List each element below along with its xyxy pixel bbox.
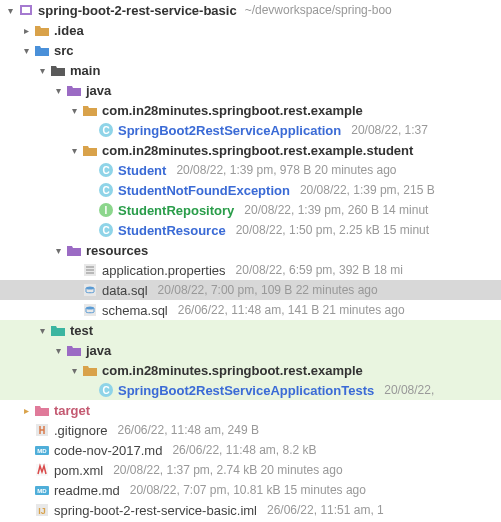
tree-row-src[interactable]: ▾ src xyxy=(0,40,501,60)
folder-label: target xyxy=(54,403,90,418)
tree-row-pkg-student[interactable]: ▾ com.in28minutes.springboot.rest.exampl… xyxy=(0,140,501,160)
folder-pink-icon xyxy=(34,402,50,418)
file-label: .gitignore xyxy=(54,423,107,438)
project-icon xyxy=(18,2,34,18)
project-name: spring-boot-2-rest-service-basic xyxy=(38,3,237,18)
file-label: application.properties xyxy=(102,263,226,278)
tree-row-test[interactable]: ▾ test xyxy=(0,320,501,340)
tree-row-student-res[interactable]: ▸ StudentResource 20/08/22, 1:50 pm, 2.2… xyxy=(0,220,501,240)
chevron-down-icon[interactable]: ▾ xyxy=(36,325,48,336)
file-meta: 20/08/22, 1:39 pm, 978 B 20 minutes ago xyxy=(176,163,396,177)
class-label: SpringBoot2RestServiceApplicationTests xyxy=(118,383,374,398)
folder-blue-icon xyxy=(34,42,50,58)
tree-row-resources[interactable]: ▾ resources xyxy=(0,240,501,260)
file-meta: 26/06/22, 11:48 am, 8.2 kB xyxy=(172,443,316,457)
class-icon xyxy=(98,222,114,238)
folder-orange-icon xyxy=(82,142,98,158)
chevron-down-icon[interactable]: ▾ xyxy=(68,105,80,116)
tree-row-pkg-example[interactable]: ▾ com.in28minutes.springboot.rest.exampl… xyxy=(0,100,501,120)
file-meta: 26/06/22, 11:51 am, 1 xyxy=(267,503,384,517)
tree-row-app-props[interactable]: ▸ application.properties 20/08/22, 6:59 … xyxy=(0,260,501,280)
iml-file-icon xyxy=(34,502,50,518)
folder-purple-icon xyxy=(66,82,82,98)
folder-label: java xyxy=(86,83,111,98)
package-label: com.in28minutes.springboot.rest.example xyxy=(102,363,363,378)
folder-label: java xyxy=(86,343,111,358)
folder-label: main xyxy=(70,63,100,78)
maven-file-icon xyxy=(34,462,50,478)
tree-row-java-test[interactable]: ▾ java xyxy=(0,340,501,360)
file-label: code-nov-2017.md xyxy=(54,443,162,458)
markdown-file-icon xyxy=(34,482,50,498)
class-label: SpringBoot2RestServiceApplication xyxy=(118,123,341,138)
file-meta: 20/08/22, xyxy=(384,383,434,397)
chevron-down-icon[interactable]: ▾ xyxy=(52,85,64,96)
tree-row-student-repo[interactable]: ▸ StudentRepository 20/08/22, 1:39 pm, 2… xyxy=(0,200,501,220)
file-meta: 20/08/22, 1:50 pm, 2.25 kB 15 minut xyxy=(236,223,429,237)
chevron-down-icon[interactable]: ▾ xyxy=(4,5,16,16)
folder-orange-icon xyxy=(82,102,98,118)
chevron-down-icon[interactable]: ▾ xyxy=(52,245,64,256)
tree-row-student[interactable]: ▸ Student 20/08/22, 1:39 pm, 978 B 20 mi… xyxy=(0,160,501,180)
tree-row-project-root[interactable]: ▾ spring-boot-2-rest-service-basic ~/dev… xyxy=(0,0,501,20)
chevron-down-icon[interactable]: ▾ xyxy=(36,65,48,76)
folder-orange-icon xyxy=(34,22,50,38)
class-icon xyxy=(98,122,114,138)
folder-purple-icon xyxy=(66,242,82,258)
tree-row-java-main[interactable]: ▾ java xyxy=(0,80,501,100)
project-path: ~/devworkspace/spring-boo xyxy=(245,3,392,17)
file-meta: 20/08/22, 7:00 pm, 109 B 22 minutes ago xyxy=(158,283,378,297)
file-meta: 26/06/22, 11:48 am, 141 B 21 minutes ago xyxy=(178,303,405,317)
sql-file-icon xyxy=(82,282,98,298)
tree-row-main[interactable]: ▾ main xyxy=(0,60,501,80)
file-meta: 20/08/22, 1:39 pm, 260 B 14 minut xyxy=(244,203,428,217)
chevron-right-icon[interactable]: ▸ xyxy=(20,25,32,36)
interface-icon xyxy=(98,202,114,218)
interface-label: StudentRepository xyxy=(118,203,234,218)
tree-row-student-nf[interactable]: ▸ StudentNotFoundException 20/08/22, 1:3… xyxy=(0,180,501,200)
tree-row-schema-sql[interactable]: ▸ schema.sql 26/06/22, 11:48 am, 141 B 2… xyxy=(0,300,501,320)
tree-row-pom[interactable]: ▸ pom.xml 20/08/22, 1:37 pm, 2.74 kB 20 … xyxy=(0,460,501,480)
tree-row-code-nov[interactable]: ▸ code-nov-2017.md 26/06/22, 11:48 am, 8… xyxy=(0,440,501,460)
folder-label: src xyxy=(54,43,74,58)
file-label: schema.sql xyxy=(102,303,168,318)
folder-plain-icon xyxy=(50,62,66,78)
tree-row-gitignore[interactable]: ▸ .gitignore 26/06/22, 11:48 am, 249 B xyxy=(0,420,501,440)
sql-file-icon xyxy=(82,302,98,318)
tree-row-readme[interactable]: ▸ readme.md 20/08/22, 7:07 pm, 10.81 kB … xyxy=(0,480,501,500)
chevron-down-icon[interactable]: ▾ xyxy=(20,45,32,56)
tree-row-test-class[interactable]: ▸ SpringBoot2RestServiceApplicationTests… xyxy=(0,380,501,400)
file-label: pom.xml xyxy=(54,463,103,478)
package-label: com.in28minutes.springboot.rest.example xyxy=(102,103,363,118)
folder-purple-icon xyxy=(66,342,82,358)
folder-label: .idea xyxy=(54,23,84,38)
chevron-down-icon[interactable]: ▾ xyxy=(68,145,80,156)
file-meta: 20/08/22, 6:59 pm, 392 B 18 mi xyxy=(236,263,403,277)
class-label: Student xyxy=(118,163,166,178)
tree-row-iml[interactable]: ▸ spring-boot-2-rest-service-basic.iml 2… xyxy=(0,500,501,520)
gitignore-file-icon xyxy=(34,422,50,438)
tree-row-app-class[interactable]: ▸ SpringBoot2RestServiceApplication 20/0… xyxy=(0,120,501,140)
file-meta: 20/08/22, 1:37 pm, 2.74 kB 20 minutes ag… xyxy=(113,463,343,477)
class-label: StudentNotFoundException xyxy=(118,183,290,198)
tree-row-pkg-test[interactable]: ▾ com.in28minutes.springboot.rest.exampl… xyxy=(0,360,501,380)
tree-row-data-sql[interactable]: ▸ data.sql 20/08/22, 7:00 pm, 109 B 22 m… xyxy=(0,280,501,300)
folder-label: test xyxy=(70,323,93,338)
folder-label: resources xyxy=(86,243,148,258)
chevron-down-icon[interactable]: ▾ xyxy=(68,365,80,376)
folder-teal-icon xyxy=(50,322,66,338)
file-label: spring-boot-2-rest-service-basic.iml xyxy=(54,503,257,518)
class-label: StudentResource xyxy=(118,223,226,238)
class-icon xyxy=(98,162,114,178)
folder-orange-icon xyxy=(82,362,98,378)
chevron-down-icon[interactable]: ▾ xyxy=(52,345,64,356)
file-meta: 26/06/22, 11:48 am, 249 B xyxy=(117,423,258,437)
class-icon xyxy=(98,182,114,198)
chevron-right-icon[interactable]: ▸ xyxy=(20,405,32,416)
file-meta: 20/08/22, 1:37 xyxy=(351,123,428,137)
file-meta: 20/08/22, 7:07 pm, 10.81 kB 15 minutes a… xyxy=(130,483,366,497)
class-icon xyxy=(98,382,114,398)
file-meta: 20/08/22, 1:39 pm, 215 B xyxy=(300,183,435,197)
tree-row-idea[interactable]: ▸ .idea xyxy=(0,20,501,40)
tree-row-target[interactable]: ▸ target xyxy=(0,400,501,420)
